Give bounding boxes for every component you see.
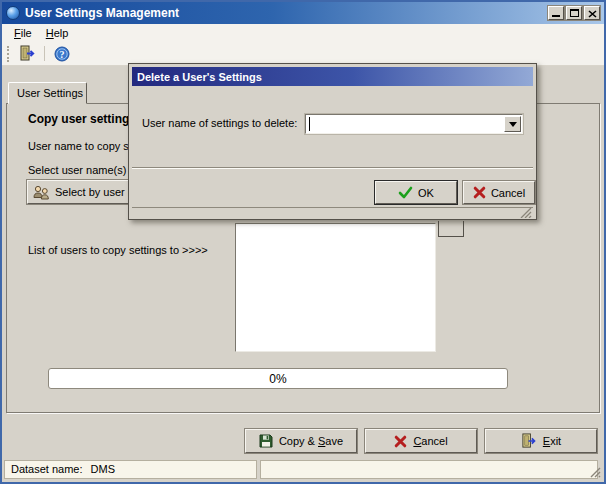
- svg-text:?: ?: [60, 48, 65, 59]
- copy-and-save-button[interactable]: Copy & Save: [245, 429, 357, 453]
- exit-button[interactable]: Exit: [485, 429, 597, 453]
- toolbar-help-button[interactable]: ?: [49, 44, 75, 64]
- app-window: User Settings Management File Help: [0, 0, 606, 484]
- exit-door-icon: [521, 433, 537, 449]
- dialog-title: Delete a User's Settings: [137, 71, 262, 83]
- status-empty-panel: [260, 460, 598, 479]
- status-bar: Dataset name:DMS: [2, 456, 604, 482]
- exit-door-icon: [19, 45, 36, 62]
- red-x-icon: [394, 435, 407, 448]
- menu-item-file[interactable]: File: [7, 25, 39, 41]
- toolbar-exit-button[interactable]: [14, 44, 40, 64]
- toolbar-separator: [44, 46, 45, 61]
- minimize-icon: [552, 15, 560, 17]
- users-icon: [33, 185, 50, 200]
- dataset-name-value: DMS: [91, 463, 115, 475]
- dialog-bottom-strip: [132, 207, 533, 218]
- red-x-icon: [473, 186, 486, 199]
- maximize-icon: [570, 9, 579, 17]
- menu-item-help[interactable]: Help: [39, 25, 76, 41]
- resize-grip-icon[interactable]: [589, 466, 601, 478]
- delete-field-label: User name of settings to delete:: [142, 117, 297, 129]
- floppy-disk-icon: [259, 434, 273, 448]
- list-of-users-label: List of users to copy settings to >>>>: [28, 244, 208, 256]
- toolbar-grip[interactable]: [7, 46, 9, 62]
- close-icon: [588, 10, 597, 18]
- text-caret: [309, 117, 310, 131]
- dialog-divider: [132, 167, 533, 169]
- minimize-button[interactable]: [548, 6, 564, 20]
- cancel-button[interactable]: Cancel: [365, 429, 477, 453]
- maximize-button[interactable]: [566, 6, 582, 20]
- progress-percent: 0%: [269, 372, 286, 386]
- dialog-ok-button[interactable]: OK: [375, 181, 457, 204]
- combo-dropdown-button[interactable]: [504, 116, 521, 132]
- chevron-down-icon: [509, 122, 517, 127]
- green-check-icon: [398, 186, 413, 199]
- partially-hidden-button[interactable]: [438, 221, 464, 237]
- delete-user-combobox[interactable]: [305, 114, 523, 134]
- copy-to-users-listbox[interactable]: [235, 223, 436, 352]
- app-icon: [6, 6, 20, 20]
- progress-bar: 0%: [48, 368, 508, 389]
- dialog-resize-grip-icon[interactable]: [520, 207, 532, 218]
- help-icon: ?: [54, 46, 70, 62]
- dialog-titlebar[interactable]: Delete a User's Settings: [132, 67, 533, 86]
- window-titlebar[interactable]: User Settings Management: [2, 2, 604, 24]
- status-dataset-panel: Dataset name:DMS: [4, 460, 257, 479]
- window-title: User Settings Management: [25, 6, 548, 20]
- menu-bar: File Help: [2, 24, 604, 42]
- dialog-cancel-button[interactable]: Cancel: [463, 181, 535, 204]
- tab-user-settings[interactable]: User Settings: [8, 82, 87, 104]
- delete-settings-dialog: Delete a User's Settings User name of se…: [128, 63, 537, 220]
- copy-settings-heading: Copy user settings: [28, 112, 136, 126]
- dataset-name-label: Dataset name:: [11, 463, 83, 475]
- delete-user-combo-input[interactable]: [310, 116, 500, 132]
- close-button[interactable]: [584, 6, 600, 20]
